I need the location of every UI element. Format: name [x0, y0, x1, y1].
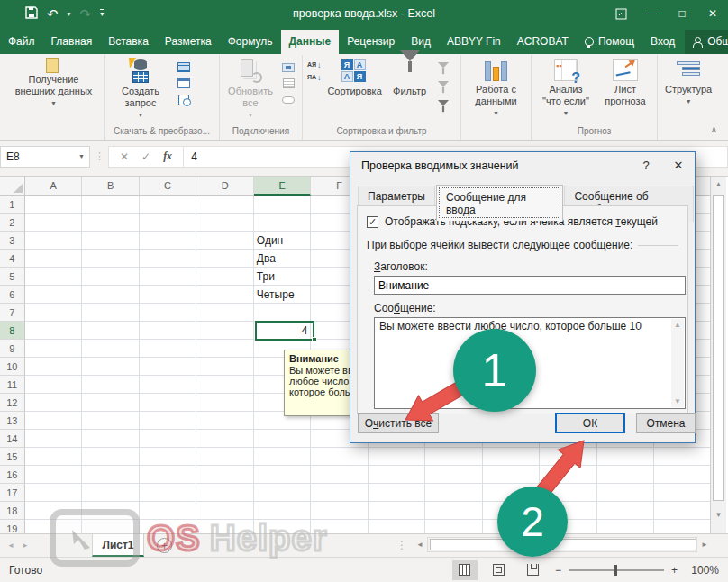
row-header-6[interactable]: 6: [0, 286, 25, 304]
insert-function-icon[interactable]: fx: [163, 150, 172, 163]
grid-cell-F16[interactable]: [311, 466, 369, 484]
grid-cell-G17[interactable]: [369, 484, 426, 502]
grid-cell-A12[interactable]: [25, 394, 83, 412]
clear-all-button[interactable]: Очистить все: [358, 413, 439, 433]
grid-cell-D18[interactable]: [196, 502, 254, 520]
grid-cell-L18[interactable]: [654, 502, 712, 520]
grid-cell-A17[interactable]: [25, 484, 83, 502]
textarea-scrollbar[interactable]: ▲ ▼: [671, 319, 684, 407]
page-break-view-button[interactable]: [521, 560, 546, 580]
row-header-15[interactable]: 15: [0, 448, 25, 466]
grid-cell-A7[interactable]: [25, 304, 83, 322]
grid-cell-G16[interactable]: [369, 466, 426, 484]
row-header-14[interactable]: 14: [0, 430, 25, 448]
ribbon-tab-вставка[interactable]: Вставка: [100, 30, 157, 54]
grid-cell-B18[interactable]: [82, 502, 140, 520]
column-header-E[interactable]: E: [254, 177, 312, 196]
grid-cell-C3[interactable]: [140, 232, 197, 250]
filter-button[interactable]: Фильтр: [387, 57, 433, 97]
grid-cell-C2[interactable]: [140, 214, 197, 232]
grid-cell-C10[interactable]: [140, 358, 197, 376]
grid-cell-J15[interactable]: [540, 448, 597, 466]
ok-button[interactable]: ОК: [555, 413, 625, 433]
grid-cell-D5[interactable]: [196, 268, 254, 286]
grid-cell-G18[interactable]: [369, 502, 426, 520]
grid-cell-D6[interactable]: [196, 286, 254, 304]
grid-cell-E4[interactable]: Два: [254, 250, 312, 268]
row-header-19[interactable]: 19: [0, 520, 25, 533]
sort-button[interactable]: ЯА АЯ Сортировка: [323, 57, 387, 97]
grid-cell-F17[interactable]: [311, 484, 369, 502]
sheet-nav-left-icon[interactable]: ◄: [7, 541, 14, 550]
maximize-button[interactable]: □: [667, 0, 697, 27]
row-header-8[interactable]: 8: [0, 322, 25, 340]
grid-cell-E19[interactable]: [254, 520, 312, 533]
grid-cell-A3[interactable]: [25, 232, 83, 250]
show-tooltip-checkbox[interactable]: ✓: [367, 216, 378, 228]
outline-button[interactable]: Структура▼: [660, 57, 716, 107]
zoom-out-button[interactable]: −: [555, 564, 561, 577]
grid-cell-C4[interactable]: [140, 250, 197, 268]
fill-handle[interactable]: [312, 337, 317, 342]
ribbon-tab-acrobat[interactable]: ACROBAT: [509, 30, 577, 54]
dialog-help-button[interactable]: ?: [630, 152, 662, 177]
textarea-scroll-up-icon[interactable]: ▲: [674, 321, 681, 329]
collapse-ribbon-icon[interactable]: ∧: [711, 124, 717, 134]
column-header-C[interactable]: C: [140, 177, 197, 196]
row-header-2[interactable]: 2: [0, 214, 25, 232]
grid-cell-H15[interactable]: [425, 448, 483, 466]
grid-cell-B1[interactable]: [82, 196, 140, 214]
row-header-11[interactable]: 11: [0, 376, 25, 394]
grid-cell-B13[interactable]: [82, 412, 140, 430]
grid-cell-C18[interactable]: [140, 502, 197, 520]
grid-cell-G19[interactable]: [369, 520, 426, 533]
grid-cell-C17[interactable]: [140, 484, 197, 502]
grid-cell-C8[interactable]: [140, 322, 197, 340]
grid-cell-D1[interactable]: [196, 196, 254, 214]
grid-cell-D9[interactable]: [196, 340, 254, 358]
zoom-slider[interactable]: [569, 569, 664, 571]
grid-cell-D10[interactable]: [196, 358, 254, 376]
grid-cell-H16[interactable]: [425, 466, 483, 484]
grid-cell-B6[interactable]: [82, 286, 140, 304]
scroll-right-icon[interactable]: ►: [697, 541, 712, 549]
grid-cell-C6[interactable]: [140, 286, 197, 304]
from-table-button[interactable]: [176, 77, 192, 90]
ribbon-tab-данные[interactable]: Данные: [281, 30, 340, 54]
ribbon-display-options-icon[interactable]: [605, 0, 636, 27]
grid-cell-B5[interactable]: [82, 268, 140, 286]
grid-cell-K15[interactable]: [597, 448, 655, 466]
grid-cell-I15[interactable]: [483, 448, 541, 466]
grid-cell-B2[interactable]: [82, 214, 140, 232]
grid-cell-B10[interactable]: [82, 358, 140, 376]
grid-cell-L15[interactable]: [654, 448, 712, 466]
grid-cell-C1[interactable]: [140, 196, 197, 214]
grid-cell-A8[interactable]: [25, 322, 83, 340]
cancel-button[interactable]: Отмена: [636, 413, 696, 433]
grid-cell-A2[interactable]: [25, 214, 83, 232]
grid-cell-A16[interactable]: [25, 466, 83, 484]
grid-cell-C12[interactable]: [140, 394, 197, 412]
grid-cell-A15[interactable]: [25, 448, 83, 466]
grid-cell-D4[interactable]: [196, 250, 254, 268]
grid-cell-E6[interactable]: Четыре: [254, 286, 312, 304]
grid-cell-B7[interactable]: [82, 304, 140, 322]
row-header-3[interactable]: 3: [0, 232, 25, 250]
grid-cell-A13[interactable]: [25, 412, 83, 430]
grid-cell-I16[interactable]: [483, 466, 541, 484]
row-header-10[interactable]: 10: [0, 358, 25, 376]
column-header-D[interactable]: D: [196, 177, 254, 196]
ribbon-tab-помощ[interactable]: Помощ: [577, 30, 642, 54]
grid-cell-K17[interactable]: [597, 484, 655, 502]
grid-cell-D12[interactable]: [196, 394, 254, 412]
new-query-button[interactable]: Создать запрос▼: [107, 57, 174, 121]
name-box-dropdown-icon[interactable]: ▼: [78, 153, 85, 159]
row-header-17[interactable]: 17: [0, 484, 25, 502]
grid-cell-B9[interactable]: [82, 340, 140, 358]
grid-cell-C9[interactable]: [140, 340, 197, 358]
grid-cell-D17[interactable]: [196, 484, 254, 502]
grid-cell-E7[interactable]: [254, 304, 312, 322]
row-header-13[interactable]: 13: [0, 412, 25, 430]
ribbon-tab-общий-доступ[interactable]: Общий доступ: [685, 30, 728, 54]
grid-cell-D15[interactable]: [196, 448, 254, 466]
